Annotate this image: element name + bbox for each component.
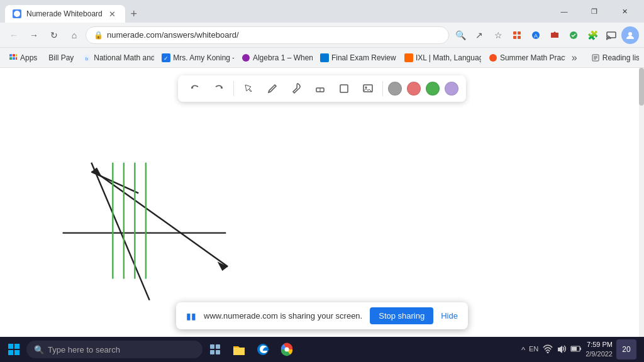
color-pink-button[interactable] xyxy=(407,82,421,96)
scrollbar-thumb[interactable] xyxy=(639,68,644,106)
svg-text:A: A xyxy=(534,33,538,39)
svg-rect-47 xyxy=(14,350,19,355)
minimize-button[interactable]: — xyxy=(550,0,579,23)
svg-point-21 xyxy=(242,54,250,62)
bookmark-algebra[interactable]: Algebra 1 – When... xyxy=(236,52,313,63)
taskbar-search[interactable]: 🔍 Type here to search xyxy=(26,341,203,358)
whiteboard-area[interactable]: ▮▮ www.numerade.com is sharing your scre… xyxy=(0,68,644,337)
tray-clock[interactable]: 7:59 PM 2/9/2022 xyxy=(586,340,613,359)
redo-button[interactable] xyxy=(209,79,228,98)
svg-rect-3 xyxy=(513,36,516,39)
svg-rect-15 xyxy=(13,57,15,60)
bookmark-final-exam-label: Final Exam Review -... xyxy=(331,53,397,62)
bookmark-star-btn[interactable]: ☆ xyxy=(489,26,507,44)
new-tab-button[interactable]: + xyxy=(125,5,143,23)
bookmark-amy-koning[interactable]: ✓ Mrs. Amy Koning -... xyxy=(157,52,234,63)
bookmark-billpay[interactable]: Bill Pay xyxy=(43,52,75,63)
svg-rect-58 xyxy=(572,347,577,351)
tab-favicon xyxy=(13,9,21,18)
task-view-button[interactable] xyxy=(204,338,226,361)
home-button[interactable]: ⌂ xyxy=(65,26,83,44)
color-green-button[interactable] xyxy=(426,82,440,96)
lock-icon: 🔒 xyxy=(94,31,103,40)
cast-btn[interactable] xyxy=(602,26,620,44)
image-button[interactable] xyxy=(358,79,377,98)
bookmark-final-exam[interactable]: Final Exam Review -... xyxy=(315,52,397,63)
svg-rect-31 xyxy=(340,85,348,92)
wifi-icon[interactable] xyxy=(543,344,553,355)
sound-icon[interactable] xyxy=(557,344,567,355)
bookmark-ixl-label: IXL | Math, Languag... xyxy=(416,53,481,62)
apps-button[interactable]: Apps xyxy=(5,52,41,63)
color-gray-button[interactable] xyxy=(388,82,402,96)
pen-tool-button[interactable] xyxy=(263,79,282,98)
svg-rect-2 xyxy=(518,31,521,35)
svg-point-9 xyxy=(606,38,608,40)
start-button[interactable] xyxy=(3,338,25,361)
forward-button[interactable]: → xyxy=(25,26,43,44)
reload-button[interactable]: ↻ xyxy=(45,26,63,44)
taskbar-chrome[interactable] xyxy=(275,338,298,361)
language-icon[interactable]: ENG xyxy=(529,344,539,355)
stop-sharing-button[interactable]: Stop sharing xyxy=(370,307,433,324)
taskbar-search-icon: 🔍 xyxy=(34,345,44,354)
browser-frame: Numerade Whiteboard ✕ + — ❐ ✕ ← → ↻ ⌂ 🔒 … xyxy=(0,0,644,362)
extension1-btn[interactable] xyxy=(508,26,526,44)
svg-text:✓: ✓ xyxy=(164,55,169,62)
bookmark-national-math[interactable]: b National Math and... xyxy=(77,52,154,63)
hide-button[interactable]: Hide xyxy=(441,311,458,321)
svg-rect-50 xyxy=(210,350,214,354)
eraser-button[interactable] xyxy=(311,79,330,98)
maximize-button[interactable]: ❐ xyxy=(580,0,609,23)
svg-text:ENG: ENG xyxy=(529,345,539,353)
system-tray: ^ ENG 7:59 PM 2/9/2022 20 xyxy=(516,339,641,359)
taskbar-file-explorer[interactable] xyxy=(228,338,250,361)
extension3-btn[interactable] xyxy=(546,26,564,44)
tools-button[interactable] xyxy=(287,79,306,98)
share-icon-btn[interactable]: ↗ xyxy=(470,26,488,44)
svg-rect-22 xyxy=(320,53,329,62)
bookmarks-bar: Apps Bill Pay b National Math and... ✓ M… xyxy=(0,48,644,68)
whiteboard-canvas[interactable] xyxy=(0,68,644,337)
svg-rect-45 xyxy=(14,344,19,349)
active-tab[interactable]: Numerade Whiteboard ✕ xyxy=(5,5,125,23)
taskbar: 🔍 Type here to search xyxy=(0,337,644,362)
svg-rect-16 xyxy=(16,57,17,60)
svg-rect-48 xyxy=(210,344,214,349)
svg-text:b: b xyxy=(86,56,89,62)
screen-share-icon: ▮▮ xyxy=(186,311,196,321)
notification-button[interactable]: 20 xyxy=(616,339,636,359)
divider-2 xyxy=(382,81,383,96)
back-button[interactable]: ← xyxy=(5,26,23,44)
bookmark-national-math-label: National Math and... xyxy=(94,53,154,62)
extension4-btn[interactable] xyxy=(565,26,582,44)
toolbar-actions: 🔍 ↗ ☆ A 🧩 xyxy=(452,26,639,44)
undo-button[interactable] xyxy=(186,79,204,98)
extension2-btn[interactable]: A xyxy=(527,26,545,44)
taskbar-edge[interactable] xyxy=(252,338,274,361)
bookmark-ixl[interactable]: IXL | Math, Languag... xyxy=(399,52,481,63)
color-purple-button[interactable] xyxy=(445,82,458,96)
svg-line-36 xyxy=(99,175,228,266)
tab-title: Numerade Whiteboard xyxy=(26,9,103,18)
scrollbar[interactable] xyxy=(639,68,644,337)
close-button[interactable]: ✕ xyxy=(610,0,639,23)
svg-point-54 xyxy=(285,348,289,352)
clock-time: 7:59 PM xyxy=(587,340,613,349)
title-bar: Numerade Whiteboard ✕ + — ❐ ✕ xyxy=(0,0,644,23)
battery-icon[interactable] xyxy=(570,344,582,355)
svg-point-24 xyxy=(489,54,497,62)
extensions-btn[interactable]: 🧩 xyxy=(584,26,601,44)
profile-button[interactable] xyxy=(621,26,639,44)
more-bookmarks-button[interactable]: » xyxy=(568,51,581,65)
shape-button[interactable] xyxy=(335,79,353,98)
search-icon-btn[interactable]: 🔍 xyxy=(452,26,469,44)
reading-list-button[interactable]: Reading list xyxy=(586,52,639,63)
tab-close-button[interactable]: ✕ xyxy=(108,9,118,19)
chevron-up-icon[interactable]: ^ xyxy=(521,345,525,354)
bookmark-summer-math[interactable]: Summer Math Pract... xyxy=(484,52,565,63)
select-tool-button[interactable] xyxy=(239,79,258,98)
address-bar[interactable]: 🔒 numerade.com/answers/whiteboard/ xyxy=(86,26,449,44)
screen-share-bar: ▮▮ www.numerade.com is sharing your scre… xyxy=(176,302,468,329)
reading-list-label: Reading list xyxy=(602,53,639,62)
